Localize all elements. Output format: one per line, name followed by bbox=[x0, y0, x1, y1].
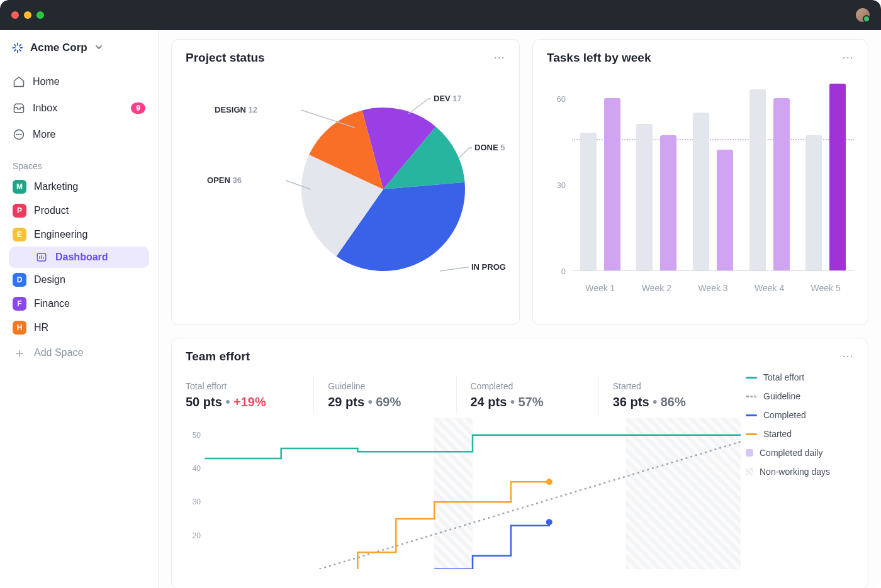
workspace-logo-icon bbox=[11, 42, 24, 54]
svg-point-11 bbox=[20, 134, 21, 135]
legend-item: Started bbox=[746, 429, 854, 439]
sidebar-space-product[interactable]: PProduct bbox=[6, 199, 152, 223]
y-tick: 60 bbox=[557, 94, 566, 103]
workspace-switcher[interactable]: Acme Corp bbox=[6, 38, 152, 58]
pie-chart: DEV 17DONE 5IN PROGRESS 5OPEN 36DESIGN 1… bbox=[186, 70, 505, 309]
stat-guideline: Guideline 29 pts • 69% bbox=[314, 376, 456, 414]
nav-inbox-label: Inbox bbox=[33, 103, 57, 114]
sidebar-sub-dashboard[interactable]: Dashboard bbox=[9, 247, 149, 268]
legend-item: Total effort bbox=[746, 372, 854, 382]
y-tick: 0 bbox=[561, 267, 566, 276]
space-badge-icon: P bbox=[13, 204, 26, 218]
stat-completed: Completed 24 pts • 57% bbox=[457, 376, 599, 414]
stat-started: Started 36 pts • 86% bbox=[599, 376, 741, 414]
legend-swatch-icon bbox=[746, 433, 757, 435]
space-name: Design bbox=[34, 274, 65, 286]
nav-home[interactable]: Home bbox=[6, 69, 152, 94]
legend-swatch-icon bbox=[746, 414, 757, 416]
add-space-button[interactable]: ＋ Add Space bbox=[6, 340, 152, 366]
stat-delta: +19% bbox=[233, 395, 266, 409]
close-window[interactable] bbox=[11, 11, 19, 19]
nav-more-label: More bbox=[33, 129, 55, 140]
stat-label: Total effort bbox=[186, 381, 300, 391]
chevron-down-icon bbox=[95, 42, 103, 54]
svg-point-10 bbox=[18, 134, 20, 135]
stat-value: 29 pts bbox=[328, 395, 364, 409]
bar bbox=[604, 98, 620, 270]
card-menu-tasks-left[interactable]: ··· bbox=[843, 53, 854, 63]
sidebar-space-finance[interactable]: FFinance bbox=[6, 292, 152, 316]
stat-pct: 57% bbox=[518, 395, 543, 409]
sidebar-space-marketing[interactable]: MMarketing bbox=[6, 175, 152, 199]
plus-icon: ＋ bbox=[13, 346, 26, 360]
legend-label: Completed bbox=[763, 410, 806, 420]
legend-label: Total effort bbox=[763, 372, 804, 382]
pie-label: DEV 17 bbox=[434, 94, 462, 103]
inbox-badge: 9 bbox=[131, 103, 145, 114]
user-avatar[interactable] bbox=[856, 8, 870, 22]
legend-swatch-icon bbox=[746, 377, 757, 379]
space-badge-icon: E bbox=[13, 228, 26, 241]
stat-label: Started bbox=[613, 381, 727, 391]
stat-pct: 86% bbox=[661, 395, 686, 409]
bar bbox=[717, 150, 733, 270]
card-menu-project-status[interactable]: ··· bbox=[494, 53, 505, 63]
maximize-window[interactable] bbox=[36, 11, 44, 19]
team-stats-row: Total effort 50 pts • +19% Guideline 29 … bbox=[186, 376, 741, 414]
card-menu-team-effort[interactable]: ··· bbox=[843, 352, 854, 362]
card-title-tasks-left: Tasks left by week bbox=[547, 51, 651, 65]
x-label: Week 5 bbox=[805, 283, 846, 293]
space-name: HR bbox=[34, 322, 48, 333]
space-name: Finance bbox=[34, 298, 70, 309]
bar bbox=[636, 124, 653, 270]
x-label: Week 2 bbox=[636, 283, 676, 293]
bar bbox=[660, 135, 676, 270]
bar-group: Week 5 bbox=[805, 84, 846, 270]
more-icon bbox=[13, 128, 25, 141]
y-tick: 40 bbox=[193, 464, 201, 473]
svg-line-5 bbox=[20, 50, 21, 51]
pie-label: DONE 5 bbox=[474, 143, 505, 152]
nav-inbox[interactable]: Inbox 9 bbox=[6, 96, 152, 121]
card-title-project-status: Project status bbox=[186, 51, 265, 65]
bar-group: Week 3 bbox=[693, 113, 733, 270]
bar-group: Week 2 bbox=[636, 124, 676, 270]
stat-label: Completed bbox=[471, 381, 585, 391]
stat-value: 24 pts bbox=[471, 395, 507, 409]
y-tick: 30 bbox=[193, 497, 201, 506]
team-legend: Total effortGuidelineCompletedStartedCom… bbox=[741, 372, 854, 582]
titlebar bbox=[0, 0, 881, 30]
y-tick: 50 bbox=[193, 431, 201, 440]
legend-label: Guideline bbox=[763, 391, 800, 401]
card-project-status: Project status ··· DEV 17DONE 5IN PROGRE… bbox=[171, 39, 520, 325]
sidebar: Acme Corp Home Inbox 9 bbox=[0, 30, 159, 588]
stat-value: 50 pts bbox=[186, 395, 222, 409]
svg-line-7 bbox=[14, 50, 16, 51]
space-name: Product bbox=[34, 205, 69, 216]
spaces-list: MMarketingPProductEEngineeringDashboardD… bbox=[6, 175, 152, 340]
svg-line-4 bbox=[14, 45, 16, 46]
main: Project status ··· DEV 17DONE 5IN PROGRE… bbox=[159, 30, 881, 588]
bar-group: Week 4 bbox=[749, 89, 790, 270]
sub-label: Dashboard bbox=[55, 252, 108, 263]
pie-label: OPEN 36 bbox=[207, 175, 242, 185]
sidebar-space-hr[interactable]: HHR bbox=[6, 316, 152, 340]
space-badge-icon: D bbox=[13, 273, 26, 287]
bar bbox=[693, 113, 709, 270]
sidebar-space-engineering[interactable]: EEngineering bbox=[6, 223, 152, 247]
chart-line bbox=[205, 435, 741, 458]
chart-line bbox=[434, 522, 549, 569]
bar bbox=[773, 98, 790, 270]
y-tick: 30 bbox=[557, 180, 566, 189]
space-name: Engineering bbox=[34, 229, 87, 240]
home-icon bbox=[13, 75, 25, 88]
nav-more[interactable]: More bbox=[6, 122, 152, 147]
minimize-window[interactable] bbox=[24, 11, 31, 19]
x-label: Week 1 bbox=[580, 283, 620, 293]
card-title-team-effort: Team effort bbox=[186, 350, 250, 363]
space-badge-icon: M bbox=[13, 180, 26, 194]
bar bbox=[829, 84, 846, 270]
sidebar-space-design[interactable]: DDesign bbox=[6, 268, 152, 292]
pie-label: IN PROGRESS 5 bbox=[471, 262, 505, 272]
svg-point-9 bbox=[16, 134, 18, 135]
